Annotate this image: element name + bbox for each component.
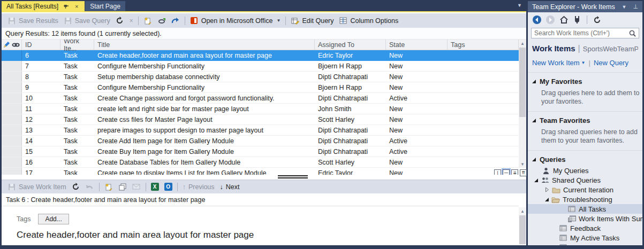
section-team-favorites[interactable]: Team Favorites xyxy=(532,116,638,124)
table-row[interactable]: 6TaskCreate header,footer and main area … xyxy=(2,50,519,61)
save-results-button[interactable]: Save Results xyxy=(5,15,61,27)
open-in-excel-button[interactable]: X xyxy=(148,181,162,193)
tree-item-label: All Tasks xyxy=(579,205,606,213)
column-header-assigned-to[interactable]: Assigned To xyxy=(315,40,386,50)
column-header-tags[interactable]: Tags xyxy=(448,40,519,50)
open-in-office-button[interactable]: Open in Microsoft Office ▼ xyxy=(187,15,284,27)
cell-id: 6 xyxy=(22,50,60,60)
scrollbar-thumb[interactable] xyxy=(519,48,526,117)
refresh-work-item-button[interactable] xyxy=(69,181,83,193)
tree-item-work-items-with-sum[interactable]: Work Items With Sum xyxy=(528,214,642,223)
open-in-office-o-button[interactable]: O xyxy=(162,181,175,193)
column-header-title[interactable]: Title xyxy=(94,40,315,50)
tree-item-shared-queries[interactable]: Shared Queries xyxy=(528,175,642,185)
scroll-up-icon[interactable]: ▲ xyxy=(519,40,526,47)
previous-work-item-button[interactable]: ↑ Previous xyxy=(180,181,217,193)
tree-item-feedback[interactable]: Feedback xyxy=(528,223,642,233)
copy-work-item-button[interactable] xyxy=(116,181,130,193)
pin-icon[interactable]: ⊥ xyxy=(633,3,638,10)
edit-query-button[interactable]: Edit Query xyxy=(288,15,336,27)
cancel-query-button[interactable]: × xyxy=(127,15,136,27)
new-query-link[interactable]: New Query xyxy=(594,59,628,67)
column-options-button[interactable]: Column Options xyxy=(337,15,401,27)
link-to-work-item-button[interactable] xyxy=(155,15,169,27)
close-icon[interactable]: × xyxy=(73,3,80,10)
new-work-item-link[interactable]: New Work Item xyxy=(532,59,580,67)
table-row[interactable]: 17TaskCreate page to display Items List … xyxy=(2,168,519,175)
open-work-item-button[interactable] xyxy=(169,15,183,27)
tree-item-my-bugs[interactable]: My Bugs xyxy=(528,243,642,245)
refresh-icon[interactable] xyxy=(592,15,602,25)
table-row[interactable]: 13Taskprepare images to support design t… xyxy=(2,125,519,136)
tags-label: Tags xyxy=(17,215,31,223)
document-area: All Tasks [Results] × Start Page ▼ Save … xyxy=(2,0,526,245)
table-row[interactable]: 14TaskCreate Add Item page for Item Gall… xyxy=(2,136,519,146)
table-row[interactable]: 7TaskConfigure Membership FunctionalityB… xyxy=(2,61,519,72)
layout-maximize-form-button[interactable]: ⇈ xyxy=(520,169,527,176)
expander-open-icon[interactable] xyxy=(532,158,536,161)
column-header-work-item-type[interactable]: Work Ite... xyxy=(60,40,94,50)
table-row[interactable]: 10TaskCreate Change password and forgot … xyxy=(2,93,519,104)
query-icon xyxy=(559,244,567,245)
search-icon[interactable] xyxy=(629,30,636,37)
home-icon[interactable] xyxy=(559,15,569,25)
splitter-grip[interactable] xyxy=(278,175,308,179)
tab-overflow-icon[interactable]: ▼ xyxy=(517,3,522,8)
table-row[interactable]: 8TaskSetup membership database connectiv… xyxy=(2,72,519,82)
table-row[interactable]: 11Taskcreate left and right side bar for… xyxy=(2,104,519,114)
add-tag-button[interactable]: Add... xyxy=(38,214,69,224)
table-row[interactable]: 12TaskCreate css files for Master Page l… xyxy=(2,114,519,125)
back-icon[interactable] xyxy=(532,15,542,25)
forward-icon[interactable] xyxy=(545,15,555,25)
panel-menu-icon[interactable]: ▼ xyxy=(622,4,626,10)
results-form-splitter[interactable] xyxy=(2,175,519,180)
tree-item-my-queries[interactable]: My Queries xyxy=(528,166,642,175)
row-gutter xyxy=(2,61,22,71)
table-row[interactable]: 16TaskCreate Database Tables for Item Ga… xyxy=(2,157,519,168)
column-header-id[interactable]: ID xyxy=(22,40,60,50)
cell-tags xyxy=(448,125,519,135)
arrow-down-icon: ↓ xyxy=(220,183,223,191)
revert-button[interactable] xyxy=(83,181,97,193)
scrollbar-thumb[interactable] xyxy=(519,215,526,244)
tree-item-my-active-tasks[interactable]: My Active Tasks xyxy=(528,233,642,243)
connect-plug-icon[interactable] xyxy=(572,15,582,25)
refresh-button[interactable] xyxy=(113,15,127,27)
chevron-down-icon[interactable]: ▼ xyxy=(581,60,586,65)
search-input[interactable] xyxy=(534,29,629,37)
section-my-favorites[interactable]: My Favorites xyxy=(532,77,638,85)
expander-open-icon[interactable] xyxy=(532,119,536,122)
work-item-search[interactable] xyxy=(531,28,639,38)
column-header-state[interactable]: State xyxy=(386,40,448,50)
table-row[interactable]: 15TaskCreate Buy Item page for Item Gall… xyxy=(2,146,519,157)
row-gutter xyxy=(2,114,22,124)
tree-item-all-tasks[interactable]: All Tasks xyxy=(528,204,642,214)
expander-open-icon[interactable] xyxy=(532,80,536,83)
tab-all-tasks-results[interactable]: All Tasks [Results] × xyxy=(2,1,85,11)
new-linked-work-item-button[interactable] xyxy=(141,15,155,27)
expander-closed-icon[interactable] xyxy=(545,186,549,194)
next-work-item-button[interactable]: ↓ Next xyxy=(217,181,243,193)
form-scrollbar[interactable]: ▲ xyxy=(519,207,526,245)
expander-open-icon[interactable] xyxy=(534,178,538,182)
scroll-down-icon[interactable]: ▼ xyxy=(519,160,526,168)
tab-start-page[interactable]: Start Page xyxy=(85,1,125,11)
save-query-button[interactable]: Save Query xyxy=(61,15,113,27)
section-queries[interactable]: Queries xyxy=(532,155,638,164)
results-scrollbar[interactable]: ▲ ▼ xyxy=(519,40,526,168)
table-row[interactable]: 9TaskConfigure Membership FunctionalityB… xyxy=(2,82,519,93)
email-work-item-button[interactable] xyxy=(130,181,143,193)
section-divider xyxy=(528,72,642,73)
new-work-item-icon xyxy=(104,183,113,191)
query-icon xyxy=(559,224,567,232)
new-linked-work-item-button[interactable] xyxy=(102,181,116,193)
pin-icon[interactable] xyxy=(63,3,69,10)
cell-type: Task xyxy=(60,114,94,124)
scroll-up-icon[interactable]: ▲ xyxy=(519,207,526,215)
expander-open-icon[interactable] xyxy=(545,198,549,201)
quick-links: New Work Item ▼ | New Query xyxy=(532,59,638,67)
cell-id: 15 xyxy=(22,146,60,157)
save-work-item-button[interactable]: Save Work Item xyxy=(5,181,69,193)
tree-item-current-iteration[interactable]: Current Iteration xyxy=(528,185,642,194)
tree-item-troubleshooting[interactable]: Troubleshooting xyxy=(528,194,642,204)
